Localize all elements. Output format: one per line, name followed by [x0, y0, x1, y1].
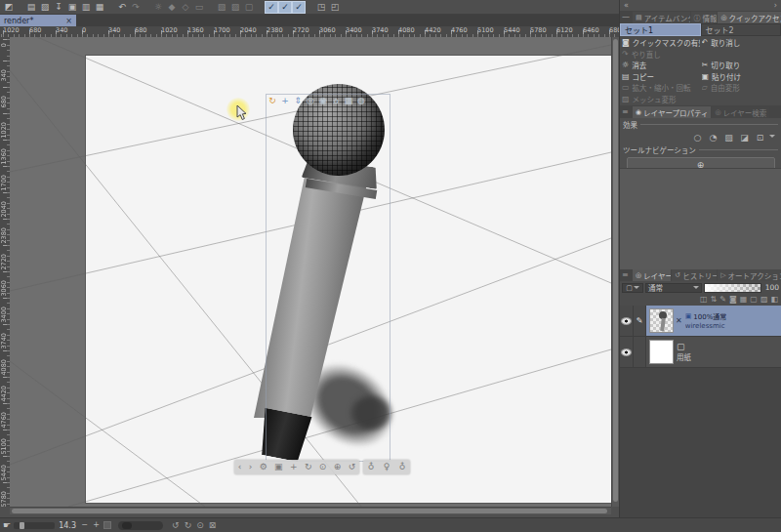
- save-file-icon[interactable]: ↧: [52, 1, 65, 14]
- two-pane-view-icon[interactable]: ◧: [770, 296, 778, 304]
- layer-palette-tab-auto-action[interactable]: ▷オートアクション: [718, 269, 781, 281]
- layer-thumbnail[interactable]: [649, 308, 674, 333]
- canvas-viewport[interactable]: ↻+⇕◎◉⌂▦◍ ‹›⚙▣+↻⊙⊕↺ ♁♀♁: [10, 37, 611, 507]
- qa-item[interactable]: ◙クイックマスクの有効・解除: [622, 37, 700, 49]
- layer-palette-tab-layer[interactable]: ◎レイヤー: [633, 269, 671, 281]
- deselect-icon[interactable]: ▧: [215, 1, 228, 14]
- set-as-reference-icon[interactable]: ⇅: [711, 296, 718, 304]
- draft-layer-icon[interactable]: ✎: [719, 296, 726, 304]
- palette-tab-item-bank[interactable]: ▤アイテムバンク: [633, 12, 690, 23]
- palette-tab-quick-access[interactable]: ◎クイックアクセス: [718, 12, 781, 23]
- zoom-slider-thumb[interactable]: [20, 522, 24, 529]
- clip-to-layer-below-icon[interactable]: ◫: [700, 296, 708, 304]
- snap-to-grid-icon[interactable]: ✓: [292, 1, 306, 14]
- lock-layer-icon[interactable]: ◙: [729, 296, 737, 304]
- invert-selection-icon[interactable]: ▨: [228, 1, 242, 14]
- camera-move-icon[interactable]: +: [290, 463, 298, 471]
- rotate-right-icon[interactable]: ↻: [185, 521, 192, 530]
- vertical-scrollbar[interactable]: [611, 37, 619, 507]
- object-reset-icon[interactable]: ↺: [349, 463, 356, 471]
- camera-zoom-icon[interactable]: ⇕: [292, 95, 304, 106]
- object-snap-icon[interactable]: ◍: [355, 95, 367, 106]
- layer-filter-dropdown[interactable]: ▢: [622, 283, 643, 293]
- effect-border-icon[interactable]: ○: [691, 132, 704, 143]
- zoom-slider[interactable]: [14, 522, 55, 529]
- clear-icon[interactable]: ☼: [151, 1, 165, 14]
- horizontal-scrollbar[interactable]: [10, 507, 611, 514]
- object-rotate-icon[interactable]: ◉: [317, 95, 329, 106]
- snap-to-ruler-icon[interactable]: ✓: [265, 1, 278, 14]
- blend-mode-dropdown[interactable]: 通常: [645, 283, 702, 293]
- preset-pose-1-icon[interactable]: ♁: [368, 463, 375, 471]
- eye-icon[interactable]: [622, 318, 631, 324]
- preset-pose-3-icon[interactable]: ♁: [399, 463, 406, 471]
- visibility-cell[interactable]: [620, 337, 634, 367]
- palette-menu-icon[interactable]: ≡: [622, 106, 632, 118]
- object-settings-icon[interactable]: ⚙: [260, 463, 267, 471]
- reset-rotation-icon[interactable]: ⊙: [196, 521, 204, 530]
- rotation-slider-thumb[interactable]: [122, 522, 132, 529]
- qa-item[interactable]: ↷やり直し: [622, 49, 700, 61]
- clip-studio-menu-icon[interactable]: ◩: [2, 1, 16, 14]
- rotation-slider[interactable]: [118, 521, 163, 530]
- fill-icon[interactable]: ◆: [165, 1, 179, 14]
- zoom-out-button[interactable]: −: [80, 521, 89, 529]
- eye-icon[interactable]: [622, 349, 631, 355]
- save-all-icon[interactable]: ▣: [65, 1, 79, 14]
- chevron-down-icon[interactable]: [769, 135, 775, 141]
- open-file-icon[interactable]: ▨: [38, 1, 52, 14]
- qa-item[interactable]: ▱自由変形: [702, 82, 780, 94]
- document-tab[interactable]: render* ×: [0, 15, 76, 26]
- layer-row[interactable]: ✎✕▣100%通常wirelessmic: [620, 306, 781, 337]
- marquee-icon[interactable]: ▭: [192, 1, 206, 14]
- qa-item[interactable]: ▭拡大・縮小・回転: [622, 82, 700, 94]
- effect-screen-tone-icon[interactable]: ▨: [722, 132, 735, 143]
- layer-palette-menu-icon[interactable]: ≡: [622, 269, 632, 281]
- show-grid-icon[interactable]: ◰: [328, 1, 342, 14]
- panel-overflow-icon[interactable]: ›: [774, 2, 777, 10]
- set-tab-1[interactable]: セット1: [620, 23, 701, 36]
- palette-tab-information[interactable]: ⓘ情報: [691, 12, 718, 23]
- rotate-left-icon[interactable]: ↺: [172, 521, 180, 530]
- layer-thumbnail[interactable]: [649, 340, 674, 364]
- previous-icon[interactable]: ‹: [238, 463, 242, 471]
- camera-rotate-icon[interactable]: ↻: [267, 95, 278, 106]
- snap-to-special-ruler-icon[interactable]: ✓: [278, 1, 292, 14]
- export-icon[interactable]: ▦: [93, 1, 106, 14]
- close-icon[interactable]: ×: [65, 17, 72, 25]
- qa-item[interactable]: ▨メッシュ変形: [622, 94, 700, 105]
- effect-tone-icon[interactable]: ◔: [707, 132, 719, 143]
- fit-to-screen-button[interactable]: [103, 521, 111, 529]
- object-ground-icon[interactable]: ▦: [343, 95, 354, 106]
- layer-row[interactable]: ▢用紙: [620, 337, 781, 368]
- reset-display-icon[interactable]: ⊠: [209, 521, 217, 530]
- effect-layer-color-icon[interactable]: ◪: [738, 132, 751, 143]
- show-ruler-icon[interactable]: ◳: [314, 1, 328, 14]
- next-icon[interactable]: ›: [249, 463, 253, 471]
- qa-item[interactable]: ↶取り消し: [702, 37, 780, 49]
- ruler-layer-icon[interactable]: ▨: [760, 296, 768, 304]
- minimize-icon[interactable]: —: [622, 12, 632, 23]
- selection-border-icon[interactable]: ▢: [242, 1, 256, 14]
- effect-expression-icon[interactable]: ⊡: [754, 132, 766, 143]
- camera-angle-icon[interactable]: ▣: [274, 463, 283, 471]
- object-root-icon[interactable]: ⊙: [319, 463, 327, 471]
- object-scale-icon[interactable]: ⊕: [334, 463, 342, 471]
- zoom-in-button[interactable]: +: [92, 521, 101, 529]
- qa-item[interactable]: ☼消去: [622, 60, 700, 71]
- vertical-scrollbar-thumb[interactable]: [613, 39, 618, 502]
- collapse-panel-icon[interactable]: «: [624, 2, 629, 10]
- lock-transparent-pixels-icon[interactable]: ▦: [740, 296, 748, 304]
- camera-rotate-icon[interactable]: ↻: [305, 463, 312, 471]
- set-tab-2[interactable]: セット2: [701, 23, 781, 36]
- opacity-slider[interactable]: [704, 283, 761, 293]
- horizontal-scrollbar-thumb[interactable]: [12, 509, 607, 513]
- new-file-icon[interactable]: ▤: [24, 1, 38, 14]
- layer-palette-tab-history[interactable]: ↺ヒストリー: [672, 269, 717, 281]
- visibility-cell[interactable]: [620, 306, 634, 336]
- enable-mask-icon[interactable]: ▢: [750, 296, 758, 304]
- qa-item[interactable]: ▤コピー: [622, 71, 700, 83]
- scale-rotate-icon[interactable]: ◇: [179, 1, 192, 14]
- object-home-icon[interactable]: ⌂: [330, 95, 342, 106]
- prop-tab-layer-search[interactable]: ◎レイヤー検索: [712, 106, 769, 118]
